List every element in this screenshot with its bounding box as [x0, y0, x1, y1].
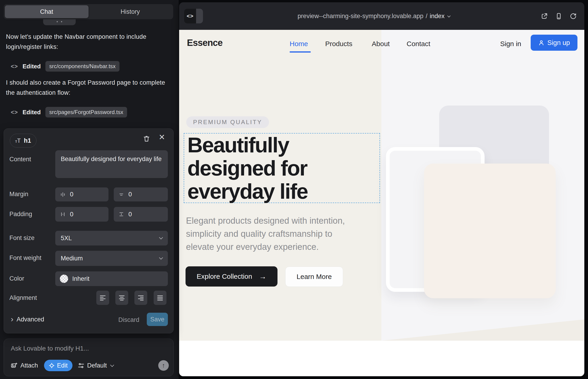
sliders-icon — [78, 363, 84, 368]
url-bar[interactable]: preview--charming-site-symphony.lovable.… — [298, 2, 450, 30]
user-icon — [538, 40, 544, 46]
hero-badge: PREMIUM QUALITY — [186, 116, 269, 128]
padding-vertical-icon — [118, 211, 124, 217]
element-tag-label: h1 — [24, 137, 31, 144]
margin-label: Margin — [9, 191, 29, 198]
code-icon: <> — [11, 109, 18, 116]
edited-file-row: <> Edited src/pages/ForgotPassword.tsx — [11, 107, 127, 117]
chevron-down-icon — [159, 236, 163, 239]
chat-composer[interactable]: Ask Lovable to modify H1... Attach Edit — [4, 339, 174, 376]
selected-h1-element[interactable]: Beautifully designed for everyday life — [184, 133, 380, 203]
nav-link-contact[interactable]: Contact — [407, 40, 430, 48]
color-select[interactable]: Inherit — [55, 271, 168, 286]
content-input[interactable]: Beautifully designed for everyday life — [55, 150, 168, 178]
align-right-button[interactable] — [134, 291, 147, 305]
edit-mode-button[interactable]: Edit — [44, 360, 73, 371]
padding-horizontal-icon — [60, 211, 66, 217]
file-chip[interactable]: src/components/Navbar.tsx — [46, 61, 120, 72]
selected-element-tag: тT h1 — [10, 134, 36, 147]
assistant-message: Now let's update the Navbar component to… — [6, 32, 170, 52]
margin-horizontal-input[interactable]: 0 — [55, 188, 108, 201]
url-separator: / — [426, 13, 428, 20]
refresh-button[interactable] — [570, 13, 576, 19]
composer-input[interactable]: Ask Lovable to modify H1... — [11, 345, 89, 352]
explore-collection-button[interactable]: Explore Collection → — [186, 266, 278, 286]
margin-vertical-input[interactable]: 0 — [114, 188, 168, 201]
element-editor-panel: тT h1 × Content Beautifully designed for… — [4, 128, 174, 333]
edited-label: Edited — [22, 63, 41, 70]
font-weight-select[interactable]: Medium — [55, 251, 168, 266]
align-justify-icon — [157, 295, 163, 300]
nav-link-about[interactable]: About — [372, 40, 390, 48]
preview-browser: <> preview--charming-site-symphony.lovab… — [179, 2, 584, 376]
code-icon: <> — [11, 63, 18, 70]
tab-history[interactable]: History — [89, 5, 172, 18]
type-icon: тT — [15, 137, 21, 144]
learn-more-button[interactable]: Learn More — [285, 267, 343, 287]
delete-element-button[interactable] — [143, 135, 150, 142]
font-weight-label: Font weight — [9, 254, 42, 262]
chevron-down-icon — [159, 256, 163, 260]
decorative-card-beige — [424, 164, 556, 298]
nav-link-home[interactable]: Home — [290, 40, 308, 48]
padding-label: Padding — [9, 211, 32, 218]
mobile-preview-button[interactable] — [556, 13, 562, 19]
margin-horizontal-icon — [60, 191, 66, 198]
chat-history-tabs: Chat History — [4, 4, 173, 19]
mode-selector[interactable]: Default — [78, 362, 113, 369]
external-link-icon — [541, 13, 548, 19]
nav-link-products[interactable]: Products — [325, 40, 352, 48]
chevron-right-icon: › — [11, 316, 13, 322]
edited-file-row: <> Edited src/components/Navbar.tsx — [11, 61, 120, 72]
padding-horizontal-input[interactable]: 0 — [55, 207, 108, 222]
align-left-icon — [100, 295, 106, 300]
site-preview: Essence Home Products About Contact Sign… — [179, 30, 584, 376]
composer-toolbar: Attach Edit Default — [11, 360, 113, 371]
code-view-toggle[interactable]: <> — [184, 9, 203, 23]
hero-description: Elegant products designed with intention… — [186, 214, 345, 253]
attach-image-icon — [11, 363, 17, 369]
file-chip[interactable]: src/pages/ForgotPassword.tsx — [46, 107, 127, 117]
align-justify-button[interactable] — [154, 291, 167, 305]
alignment-label: Alignment — [9, 294, 37, 301]
color-label: Color — [9, 275, 24, 282]
discard-button[interactable]: Discard — [118, 316, 139, 323]
chevron-down-icon — [447, 14, 450, 17]
refresh-icon — [570, 13, 576, 19]
tab-chat[interactable]: Chat — [5, 5, 89, 18]
arrow-right-icon: → — [259, 272, 266, 281]
url-domain: preview--charming-site-symphony.lovable.… — [298, 13, 424, 20]
smartphone-icon — [556, 13, 562, 19]
chevron-down-icon — [110, 363, 114, 367]
scrolled-message-bubble — [43, 19, 76, 25]
sign-in-link[interactable]: Sign in — [500, 40, 521, 48]
chat-panel: Chat History Now let's update the Navbar… — [0, 0, 179, 379]
advanced-toggle[interactable]: › Advanced — [11, 316, 44, 323]
code-icon: <> — [184, 9, 196, 23]
assistant-message: I should also create a Forgot Password p… — [6, 78, 170, 98]
toggle-tail — [196, 9, 203, 23]
open-external-button[interactable] — [541, 13, 548, 19]
align-right-icon — [138, 295, 144, 300]
crosshair-icon — [49, 363, 55, 368]
close-icon[interactable]: × — [159, 132, 165, 142]
padding-vertical-input[interactable]: 0 — [114, 207, 168, 222]
font-size-label: Font size — [9, 235, 35, 242]
browser-actions — [541, 2, 576, 30]
content-label: Content — [9, 156, 31, 163]
align-center-icon — [119, 295, 125, 300]
attach-button[interactable]: Attach — [11, 362, 38, 369]
hero-title: Beautifully designed for everyday life — [187, 134, 308, 203]
sign-up-button[interactable]: Sign up — [531, 35, 577, 51]
send-button[interactable]: ↑ — [158, 360, 169, 371]
site-logo[interactable]: Essence — [187, 38, 222, 48]
margin-vertical-icon — [118, 191, 124, 198]
edited-label: Edited — [22, 109, 41, 116]
align-left-button[interactable] — [96, 291, 109, 305]
url-page: index — [430, 13, 445, 20]
align-center-button[interactable] — [115, 291, 128, 305]
arrow-up-icon: ↑ — [162, 362, 165, 369]
active-nav-underline — [290, 51, 311, 52]
save-button[interactable]: Save — [147, 313, 168, 326]
font-size-select[interactable]: 5XL — [55, 231, 168, 245]
